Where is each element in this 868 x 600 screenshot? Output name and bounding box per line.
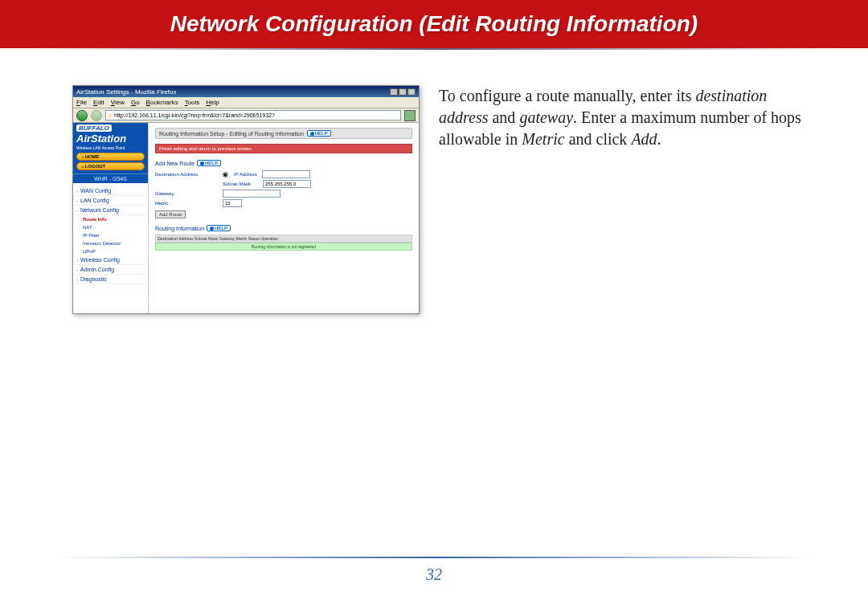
forward-icon: [91, 110, 102, 121]
gateway-label: Gateway: [155, 191, 218, 196]
radio-ip-address[interactable]: [223, 172, 228, 178]
nav-admin-config[interactable]: ›Admin Config: [75, 265, 146, 275]
page-number: 32: [0, 565, 868, 584]
nav-wan-config[interactable]: ›WAN Config: [75, 186, 146, 196]
instruction-text: To configure a route manually, enter its…: [439, 85, 828, 314]
footer-rule: [56, 557, 812, 558]
menu-go[interactable]: Go: [131, 99, 140, 106]
window-title-text: AirStation Settings - Mozilla Firefox: [76, 88, 177, 96]
brand-buffalo: BUFFALO: [76, 124, 112, 132]
routing-table-header: Destination Address Subnet Mask Gateway …: [155, 235, 412, 243]
routing-information-label: Routing Information HELP: [155, 225, 412, 231]
chevron-icon: ›: [76, 258, 78, 263]
chevron-icon: ›: [76, 189, 78, 194]
home-button[interactable]: › HOME: [76, 153, 145, 161]
finish-editing-bar[interactable]: Finish editing and return to previous sc…: [155, 144, 412, 153]
subnet-mask-label: Subnet Mask: [223, 182, 258, 186]
menu-view[interactable]: View: [111, 99, 125, 106]
back-icon[interactable]: [76, 110, 88, 121]
maximize-icon[interactable]: □: [399, 88, 407, 96]
url-field[interactable]: ◎ http://192.168.11.1/cgi-bin/cgi?req=fr…: [105, 110, 401, 120]
chevron-icon: ›: [76, 198, 78, 203]
page-body: AirStation Settings - Mozilla Firefox _ …: [0, 50, 868, 314]
menu-file[interactable]: File: [76, 99, 87, 106]
subnet-mask-field[interactable]: [263, 180, 311, 188]
nav-intrusion-detector[interactable]: Intrusion Detector: [75, 239, 146, 247]
routing-table-empty-msg: Routing information is not registered: [155, 243, 412, 251]
menu-bar: File Edit View Go Bookmarks Tools Help: [73, 97, 419, 108]
metric-field[interactable]: [223, 199, 242, 207]
add-new-route-label: Add New Route HELP: [155, 160, 412, 166]
menu-bookmarks[interactable]: Bookmarks: [146, 99, 178, 106]
menu-help[interactable]: Help: [206, 99, 219, 106]
menu-tools[interactable]: Tools: [185, 99, 200, 106]
main-pane: Routing Information Setup - Editing of R…: [149, 123, 419, 313]
nav-list: ›WAN Config ›LAN Config ›Network Config …: [73, 183, 148, 288]
page-title: Network Configuration (Edit Routing Info…: [170, 11, 698, 37]
destination-address-label: Destination Address: [155, 172, 218, 177]
gateway-field[interactable]: [223, 190, 280, 198]
embedded-screenshot: AirStation Settings - Mozilla Firefox _ …: [72, 85, 420, 314]
brand-airstation: AirStation: [76, 133, 145, 145]
nav-diagnostic[interactable]: ›Diagnostic: [75, 275, 146, 284]
window-titlebar: AirStation Settings - Mozilla Firefox _ …: [73, 86, 419, 97]
chevron-icon: ›: [76, 208, 78, 213]
page-content: BUFFALO AirStation Wireless LAN Access P…: [73, 123, 419, 313]
close-icon[interactable]: ×: [407, 88, 416, 96]
go-icon[interactable]: [404, 110, 416, 121]
nav-lan-config[interactable]: ›LAN Config: [75, 196, 146, 206]
help-button[interactable]: HELP: [307, 130, 331, 137]
logout-button[interactable]: › LOGOUT: [76, 162, 145, 170]
ip-address-option: IP Address: [234, 172, 257, 177]
breadcrumb: Routing Information Setup - Editing of R…: [155, 128, 412, 139]
brand-sub: Wireless LAN Access Point: [76, 145, 145, 150]
nav-ip-filter[interactable]: IP Filter: [75, 231, 146, 239]
chevron-icon: ›: [76, 267, 78, 272]
nav-upnp[interactable]: UPnP: [75, 247, 146, 255]
nav-wireless-config[interactable]: ›Wireless Config: [75, 255, 146, 265]
add-route-button[interactable]: Add Route: [155, 210, 186, 218]
nav-nat[interactable]: NAT: [75, 223, 146, 231]
help-button[interactable]: HELP: [207, 225, 231, 231]
chevron-icon: ›: [76, 277, 78, 282]
window-controls: _ □ ×: [390, 88, 416, 96]
url-text: http://192.168.11.1/cgi-bin/cgi?req=frm&…: [114, 112, 275, 118]
menu-edit[interactable]: Edit: [93, 99, 104, 106]
brand-block: BUFFALO AirStation Wireless LAN Access P…: [73, 123, 148, 173]
header-band: Network Configuration (Edit Routing Info…: [0, 0, 868, 48]
nav-network-config[interactable]: ›Network Config: [75, 206, 146, 215]
nav-route-info[interactable]: Route Info: [75, 215, 146, 223]
sidebar: BUFFALO AirStation Wireless LAN Access P…: [73, 123, 149, 313]
route-form: Destination Address IP Address Subnet Ma…: [155, 169, 412, 218]
address-bar: ◎ http://192.168.11.1/cgi-bin/cgi?req=fr…: [73, 108, 419, 123]
minimize-icon[interactable]: _: [390, 88, 398, 96]
crumb-text: Routing Information Setup - Editing of R…: [159, 131, 304, 137]
model-label: WHR - G54S: [73, 173, 148, 183]
destination-address-field[interactable]: [262, 170, 310, 178]
help-button[interactable]: HELP: [197, 160, 221, 166]
metric-label: Metric: [155, 201, 218, 206]
